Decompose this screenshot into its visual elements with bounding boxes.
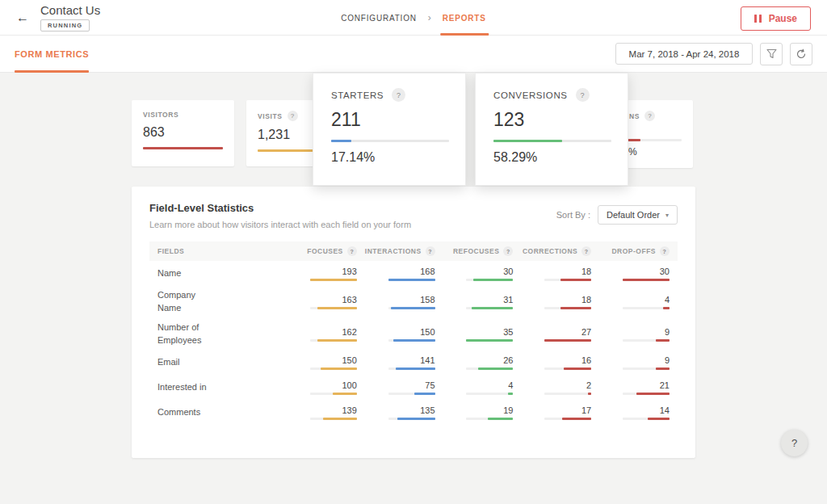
metric-value: 14 [660,405,670,415]
date-range-picker[interactable]: Mar 7, 2018 - Apr 24, 2018 [615,43,753,65]
metric-value: 162 [342,327,356,337]
metric-value: 141 [420,355,434,365]
field-name-label: Company Name [157,289,279,315]
metric-value: 9 [665,355,670,365]
metric-cell: 150 [357,327,435,342]
metric-bar-track [310,368,357,370]
top-header: ← Contact Us RUNNING CONFIGURATION › REP… [0,0,827,36]
filter-button[interactable] [760,43,783,65]
sort-order-value: Default Order [607,210,660,220]
partial-card-label: NS [629,112,640,120]
metric-bar-fill [466,339,513,342]
metric-value: 27 [581,327,591,337]
starters-help-icon[interactable]: ? [392,88,405,102]
focuses-help-icon[interactable]: ? [347,246,357,256]
metric-bar-fill [414,393,435,395]
metric-bar-track [466,393,513,395]
field-stats-table: FIELDS FOCUSES? INTERACTIONS? REFOCUSES?… [149,242,678,426]
metric-bar-track [623,418,670,420]
metric-bar-track [466,279,513,281]
refresh-button[interactable] [790,43,812,65]
partial-card-help-icon[interactable]: ? [644,111,655,121]
chevron-down-icon: ▾ [665,212,669,219]
status-badge: RUNNING [40,19,90,32]
visitors-card: VISITORS 863 [132,100,234,166]
tab-form-metrics[interactable]: FORM METRICS [15,36,89,73]
metric-bar-fill [478,368,513,370]
col-focuses: FOCUSES? [279,246,357,256]
metric-value: 19 [503,405,513,415]
metric-bar-fill [656,339,670,342]
refresh-icon [796,48,807,60]
conversions-bar [493,140,562,142]
metric-bar-track [388,418,435,420]
starters-bar [331,140,351,142]
col-interactions: INTERACTIONS? [357,246,435,256]
visitors-label: VISITORS [143,111,178,119]
metric-bar-fill [663,307,670,309]
sort-order-dropdown[interactable]: Default Order ▾ [598,205,678,225]
metric-bar-track [466,418,513,420]
form-analytics-app: ← Contact Us RUNNING CONFIGURATION › REP… [0,0,827,504]
metric-bar-track [388,368,435,370]
metric-bar-track [544,368,591,370]
form-metrics-tab-label: FORM METRICS [15,49,89,59]
sort-by-label: Sort By : [556,210,590,220]
metric-value: 193 [342,267,356,276]
metric-cell: 9 [591,327,670,342]
metric-bar-fill [656,368,670,370]
field-name-label: Number of Employees [157,321,279,347]
metric-bar-fill [488,418,513,420]
metric-value: 139 [342,405,356,415]
metric-bar-track [310,393,357,395]
metric-value: 163 [342,295,356,304]
interactions-help-icon[interactable]: ? [426,246,435,256]
conversions-percent: 58.29% [493,150,610,165]
metric-cell: 21 [591,380,670,395]
starters-popup-card: STARTERS ? 211 17.14% [313,73,466,186]
conversions-popup-card: CONVERSIONS ? 123 58.29% [475,73,628,186]
breadcrumb-configuration[interactable]: CONFIGURATION [341,14,417,23]
table-row: Interested in 100 75 4 2 21 [149,376,678,401]
back-icon[interactable]: ← [13,10,32,26]
metric-bar-track [544,418,591,420]
metric-bar-fill [310,279,357,281]
metric-bar-fill [317,339,357,342]
conversions-label: CONVERSIONS [493,90,568,100]
conversions-value: 123 [493,109,610,131]
metric-cell: 14 [591,405,670,420]
starters-value: 211 [331,109,447,131]
metric-bar-fill [473,279,514,281]
metric-bar-fill [636,393,670,395]
metric-cell: 141 [357,355,435,370]
metric-bar-fill [508,393,514,395]
conversions-help-icon[interactable]: ? [576,88,590,102]
toolbar-right-group: Mar 7, 2018 - Apr 24, 2018 [615,43,827,65]
metric-bar-track [388,279,435,281]
metric-cell: 162 [279,327,357,342]
metric-value: 26 [503,355,513,365]
metric-bar-track [310,418,357,420]
help-fab-button[interactable]: ? [781,430,808,456]
visits-help-icon[interactable]: ? [288,111,298,121]
metric-cell: 30 [591,267,670,281]
metric-bar-track [544,339,591,342]
metric-value: 150 [342,355,356,365]
metric-cell: 30 [435,267,514,281]
metric-value: 30 [503,267,513,276]
chevron-right-icon: › [428,12,431,23]
metric-bar-track [623,279,670,281]
dropoffs-help-icon[interactable]: ? [660,246,670,256]
breadcrumb-reports[interactable]: REPORTS [443,14,486,23]
refocuses-help-icon[interactable]: ? [503,246,513,256]
metric-bar-track [623,307,670,309]
page-title: Contact Us [40,3,100,17]
metric-cell: 2 [513,380,591,395]
pause-button[interactable]: Pause [741,6,811,31]
metric-value: 35 [503,327,513,337]
metric-cell: 4 [435,380,514,395]
metric-bar-fill [562,418,592,420]
corrections-help-icon[interactable]: ? [581,246,591,256]
metric-bar-fill [560,307,592,309]
metric-cell: 16 [513,355,591,370]
